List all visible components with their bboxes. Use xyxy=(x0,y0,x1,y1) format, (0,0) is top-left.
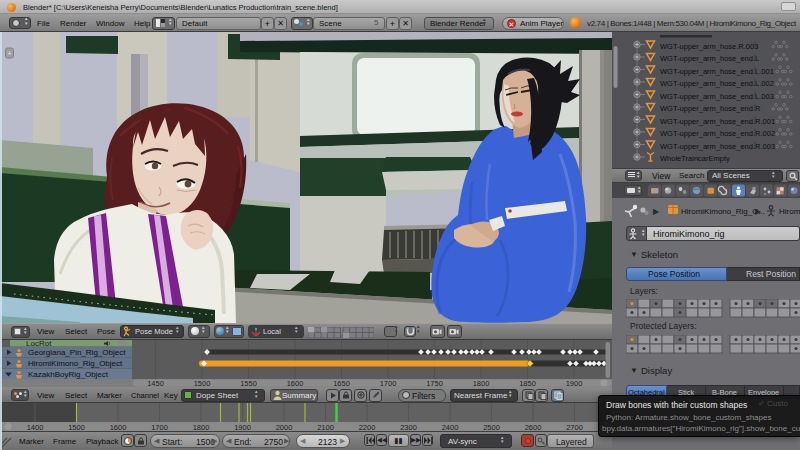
svg-text:WGT-upper_arm_hose_end.R.002: WGT-upper_arm_hose_end.R.002 xyxy=(660,129,775,138)
svg-text:Georgiana_Pin_Rig_Object: Georgiana_Pin_Rig_Object xyxy=(28,348,126,357)
svg-text:LocRot: LocRot xyxy=(26,340,52,348)
svg-text:1600: 1600 xyxy=(287,379,304,388)
svg-text:1500: 1500 xyxy=(194,379,211,388)
svg-text:WGT-upper_arm_hose_end.R.003: WGT-upper_arm_hose_end.R.003 xyxy=(660,142,775,151)
svg-text:HiromiKimono_Rig_Object: HiromiKimono_Rig_Object xyxy=(28,359,123,368)
svg-text:WGT-upper_arm_hose_end.R: WGT-upper_arm_hose_end.R xyxy=(660,104,761,113)
svg-text:WGT-upper_arm_hose_end.L.002: WGT-upper_arm_hose_end.L.002 xyxy=(660,79,774,88)
svg-text:1800: 1800 xyxy=(473,379,490,388)
svg-text:1850: 1850 xyxy=(519,379,536,388)
svg-text:1700: 1700 xyxy=(380,379,397,388)
svg-text:KazakhBoyRig_Object: KazakhBoyRig_Object xyxy=(28,370,109,379)
svg-text:WGT-upper_arm_hose_end.R.001: WGT-upper_arm_hose_end.R.001 xyxy=(660,117,775,126)
svg-text:WGT-upper_arm_hose_end.L.001: WGT-upper_arm_hose_end.L.001 xyxy=(660,67,774,76)
svg-text:HiromiKimono_Rig_O...: HiromiKimono_Rig_O... xyxy=(681,207,765,216)
svg-text:WGT-upper_arm_hose.R.003: WGT-upper_arm_hose.R.003 xyxy=(660,42,758,51)
svg-text:WGT-upper_arm_hose_end.L: WGT-upper_arm_hose_end.L xyxy=(660,54,759,63)
svg-text:▶: ▶ xyxy=(653,207,660,216)
svg-text:+: + xyxy=(7,50,11,57)
svg-text:▶: ▶ xyxy=(755,207,762,216)
svg-text:WGT-upper_arm_hose_end.L.003: WGT-upper_arm_hose_end.L.003 xyxy=(660,92,774,101)
svg-text:1650: 1650 xyxy=(333,379,350,388)
svg-text:1450: 1450 xyxy=(147,379,164,388)
svg-text:1550: 1550 xyxy=(240,379,257,388)
svg-text:WholeTraincarEmpty: WholeTraincarEmpty xyxy=(660,154,730,163)
svg-text:1750: 1750 xyxy=(426,379,443,388)
svg-text:1900: 1900 xyxy=(566,379,583,388)
svg-text:Hirom: Hirom xyxy=(779,207,800,216)
